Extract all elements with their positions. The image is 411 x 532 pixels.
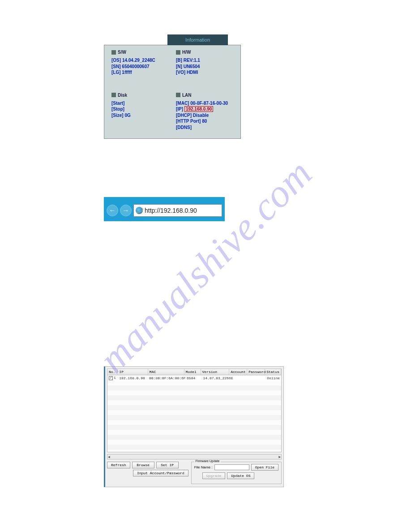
disk-stop: [Stop]: [111, 106, 176, 112]
filename-label: File Name :: [194, 465, 213, 469]
square-bullet-icon: [176, 93, 180, 97]
internet-explorer-icon: [136, 207, 143, 214]
row-mac: 00:80:0F:6A:00:6F: [148, 376, 185, 380]
disk-label: Disk: [118, 93, 127, 98]
row-no: ✓1: [107, 376, 118, 380]
os-value: [OS] 14.04.29_2248C: [111, 57, 176, 64]
arrow-right-icon: →: [122, 206, 129, 215]
rev-value: [B] REV:1.1: [176, 57, 240, 64]
vo-value: [VO] HDMI: [176, 69, 240, 76]
information-tab[interactable]: Information: [167, 34, 228, 45]
sw-category-header: S/W: [111, 50, 176, 55]
ip-label: [IP]: [176, 107, 183, 112]
arrow-left-icon: ←: [109, 206, 116, 215]
open-file-button[interactable]: Open File: [251, 464, 278, 471]
col-no[interactable]: No.: [107, 369, 118, 375]
square-bullet-icon: [111, 50, 116, 55]
square-bullet-icon: [111, 93, 116, 97]
row-model: 6504: [185, 376, 201, 380]
sw-label: S/W: [118, 50, 126, 55]
ip-line: [IP] 192.168.0.90: [176, 106, 240, 112]
scroll-left-icon[interactable]: ◄: [108, 455, 110, 459]
http-port-value: [HTTP Port] 80: [176, 118, 240, 124]
firmware-legend: Firmware Update: [194, 459, 221, 463]
watermark-text: manualshive.com: [90, 150, 321, 382]
refresh-button[interactable]: Refresh: [107, 462, 130, 468]
device-table: No. IP MAC Model Version Account Passwor…: [107, 369, 282, 452]
table-row[interactable]: ✓1 192.168.0.90 00:80:0F:6A:00:6F 6504 1…: [107, 375, 281, 381]
sn-value: [SN] 65040000607: [111, 64, 176, 70]
information-panel: Information S/W [OS] 14.04.29_2248C [SN]…: [104, 45, 241, 139]
col-model[interactable]: Model: [184, 369, 201, 375]
disk-size: [Size] 0G: [111, 112, 176, 119]
browse-button[interactable]: Browse: [132, 462, 154, 468]
lan-label: LAN: [182, 93, 192, 98]
lg-value: [LG] 1fffff: [111, 69, 176, 76]
browser-address-bar[interactable]: http://192.168.0.90: [133, 204, 222, 217]
dhcp-value: [DHCP] Disable: [176, 112, 240, 119]
square-bullet-icon: [176, 50, 180, 55]
col-ip[interactable]: IP: [118, 369, 148, 375]
scroll-right-icon[interactable]: ►: [278, 455, 281, 459]
hw-category-header: H/W: [176, 50, 240, 55]
set-ip-button[interactable]: Set IP: [156, 462, 179, 468]
col-password[interactable]: Password: [247, 369, 265, 375]
input-account-password-button[interactable]: Input Account/Password: [133, 470, 188, 476]
col-status[interactable]: Status: [265, 369, 281, 375]
empty-table-area: [107, 381, 281, 452]
upgrade-button[interactable]: Upgrade: [202, 472, 226, 479]
row-no-text: 1: [114, 376, 116, 380]
browser-forward-button[interactable]: →: [120, 205, 132, 216]
disk-start: [Start]: [111, 100, 176, 107]
col-account[interactable]: Account: [229, 369, 247, 375]
row-checkbox[interactable]: ✓: [109, 376, 113, 380]
row-version: 14.07.03_2266E: [201, 376, 231, 380]
row-ip: 192.168.0.90: [118, 376, 148, 380]
table-header-row: No. IP MAC Model Version Account Passwor…: [107, 369, 281, 375]
firmware-update-group: Firmware Update File Name : Open File Up…: [191, 462, 282, 484]
browser-window-fragment: ← → http://192.168.0.90: [104, 197, 225, 221]
horizontal-scrollbar[interactable]: ◄ ►: [107, 454, 282, 459]
lan-category-header: LAN: [176, 93, 240, 98]
browser-url: http://192.168.0.90: [145, 207, 197, 214]
disk-category-header: Disk: [111, 93, 176, 98]
col-version[interactable]: Version: [201, 369, 230, 375]
row-status: Online: [265, 376, 281, 380]
ddns-value: [DDNS]: [176, 124, 240, 131]
device-scan-window: No. IP MAC Model Version Account Passwor…: [104, 366, 284, 487]
update-os-button[interactable]: Update OS: [227, 472, 254, 479]
col-mac[interactable]: MAC: [148, 369, 184, 375]
browser-back-button[interactable]: ←: [107, 205, 118, 216]
filename-input[interactable]: [214, 464, 249, 470]
model-value: [N] UN6504: [176, 64, 240, 70]
hw-label: H/W: [182, 50, 191, 55]
ip-value-highlighted: 192.168.0.90: [184, 106, 213, 112]
mac-value: [MAC] 00-0F-87-16-00-30: [176, 100, 240, 107]
